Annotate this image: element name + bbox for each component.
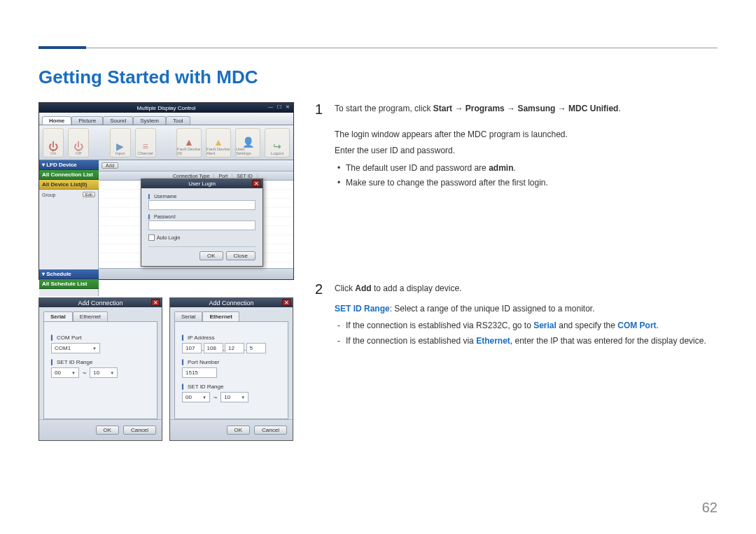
left-column: Multiple Display Control — ☐ ✕ Home Pict… <box>38 102 294 441</box>
content: Multiple Display Control — ☐ ✕ Home Pict… <box>38 102 718 441</box>
port-input[interactable]: 1515 <box>182 367 217 378</box>
close-icon[interactable]: ✕ <box>282 299 290 306</box>
power-icon: ⏻ <box>74 141 83 151</box>
ip-seg-3[interactable]: 12 <box>225 343 244 353</box>
sidebar-lfd[interactable]: ▾ LFD Device <box>39 160 99 170</box>
auto-login-row[interactable]: Auto Login <box>148 234 255 241</box>
sidebar-schedule[interactable]: ▾ Schedule <box>39 269 99 279</box>
step-1-number: 1 <box>315 102 325 191</box>
warning-icon: ▲ <box>184 137 194 147</box>
tab-home[interactable]: Home <box>42 116 71 125</box>
com-port-row: COM1 ▼ <box>51 343 150 353</box>
mdc-main: Add Connection Type Port SET ID User Lo <box>99 160 293 279</box>
step-2-dashes: If the connection is established via RS2… <box>335 318 706 349</box>
input-button[interactable]: ▶Input <box>110 128 131 157</box>
right-column: 1 To start the program, click Start → Pr… <box>315 102 718 441</box>
add-connection-ethernet: Add Connection ✕ Serial Ethernet IP Addr… <box>169 297 293 441</box>
power-icon: ⏻ <box>48 141 58 151</box>
step-1-p3: Enter the user ID and password. <box>335 144 621 157</box>
ribbon-power: ⏻On ⏻Off <box>43 127 89 157</box>
mdc-grid: Connection Type Port SET ID User Login ✕ <box>99 171 293 268</box>
ip-seg-2[interactable]: 108 <box>204 343 223 353</box>
sidebar-allconn[interactable]: All Connection List <box>39 170 99 180</box>
user-settings-button[interactable]: 👤User Settings <box>235 128 260 157</box>
logout-button[interactable]: ↪Logout <box>265 128 290 157</box>
ip-seg-1[interactable]: 107 <box>182 343 202 353</box>
com-port-select[interactable]: COM1 ▼ <box>51 343 100 353</box>
setid-from-select[interactable]: 00▼ <box>51 367 79 378</box>
login-body: Username Password Auto Login <box>141 188 262 266</box>
edit-button[interactable]: Edit <box>83 192 95 197</box>
com-port-label: COM Port <box>51 335 150 341</box>
add-connection-dialogs: Add Connection ✕ Serial Ethernet COM Por… <box>38 297 294 441</box>
logout-icon: ↪ <box>273 141 281 151</box>
step-1: 1 To start the program, click Start → Pr… <box>315 102 718 191</box>
sidebar-alldevice[interactable]: All Device List(0) <box>39 180 99 190</box>
login-close-button[interactable]: Close <box>226 251 255 260</box>
login-buttons: OK Close <box>148 246 255 260</box>
login-title: User Login ✕ <box>141 179 262 188</box>
tab-sound[interactable]: Sound <box>103 116 133 125</box>
login-dialog: User Login ✕ Username Password <box>141 178 263 267</box>
ip-seg-4[interactable]: 5 <box>246 343 266 353</box>
ok-button[interactable]: OK <box>227 426 251 435</box>
input-icon: ▶ <box>116 141 124 151</box>
sidebar-sched-body <box>39 289 99 296</box>
page-number: 62 <box>702 500 718 516</box>
tilde: ~ <box>214 394 217 401</box>
tab-ethernet[interactable]: Ethernet <box>202 311 239 321</box>
fault-alert-button[interactable]: ▲Fault Device Alert <box>206 128 231 157</box>
password-field-group: Password <box>148 214 255 230</box>
fault-device-button[interactable]: ▲Fault Device (0) <box>176 128 202 157</box>
login-ok-button[interactable]: OK <box>200 251 223 260</box>
tab-picture[interactable]: Picture <box>71 116 103 125</box>
header-rule <box>38 48 718 48</box>
power-off-button[interactable]: ⏻Off <box>68 128 89 157</box>
toolbar-add-button[interactable]: Add <box>102 162 118 169</box>
setid-to-select[interactable]: 10▼ <box>90 367 118 378</box>
grid-col-conn: Connection Type <box>169 174 214 178</box>
grid-col-setid: SET ID <box>232 174 257 178</box>
close-icon[interactable]: ✕ <box>252 180 260 187</box>
step-2-lead: Click Add to add a display device. <box>335 282 706 295</box>
tilde: ~ <box>83 370 86 377</box>
step-1-bullets: The default user ID and password are adm… <box>335 161 621 191</box>
ok-button[interactable]: OK <box>96 426 120 435</box>
step-1-body: To start the program, click Start → Prog… <box>335 102 621 191</box>
power-on-button[interactable]: ⏻On <box>43 128 64 157</box>
add-connection-serial: Add Connection ✕ Serial Ethernet COM Por… <box>38 297 162 441</box>
header-accent <box>38 46 86 49</box>
step-2: 2 Click Add to add a display device. SET… <box>315 282 718 349</box>
sidebar-tree: Group Edit <box>39 190 99 269</box>
cancel-button[interactable]: Cancel <box>123 426 156 435</box>
ip-row: 107. 108. 12. 5 <box>182 343 281 353</box>
tab-tool[interactable]: Tool <box>166 116 190 125</box>
mdc-sidebar: ▾ LFD Device All Connection List All Dev… <box>39 160 99 279</box>
ip-label: IP Address <box>182 335 281 341</box>
username-input[interactable] <box>148 200 255 210</box>
step-1-b2: Make sure to change the password after t… <box>335 176 621 191</box>
port-label: Port Number <box>182 359 281 365</box>
step-2-body: Click Add to add a display device. SET I… <box>335 282 706 349</box>
mdc-footer <box>99 268 293 279</box>
mdc-body: ▾ LFD Device All Connection List All Dev… <box>39 160 293 279</box>
window-controls: — ☐ ✕ <box>268 104 291 110</box>
setid-to-select[interactable]: 10▼ <box>220 392 248 402</box>
tab-serial[interactable]: Serial <box>43 311 73 321</box>
password-input[interactable] <box>148 220 255 230</box>
step-2-d1: If the connection is established via RS2… <box>335 318 706 334</box>
tab-ethernet[interactable]: Ethernet <box>73 311 108 321</box>
sidebar-allsched[interactable]: All Schedule List <box>39 279 99 289</box>
close-icon[interactable]: ✕ <box>151 299 160 306</box>
cancel-button[interactable]: Cancel <box>254 426 287 435</box>
channel-button[interactable]: ≡Channel <box>135 128 156 157</box>
tab-system[interactable]: System <box>133 116 166 125</box>
mdc-window: Multiple Display Control — ☐ ✕ Home Pict… <box>38 102 294 280</box>
tab-serial[interactable]: Serial <box>174 311 202 321</box>
step-2-number: 2 <box>315 282 325 349</box>
checkbox-icon[interactable] <box>148 234 155 241</box>
setid-label-serial: SET ID Range <box>51 359 150 365</box>
add-tabs-ethernet: Serial Ethernet <box>170 307 293 321</box>
setid-from-select[interactable]: 00▼ <box>182 392 210 402</box>
step-1-p2: The login window appears after the MDC p… <box>335 128 621 141</box>
